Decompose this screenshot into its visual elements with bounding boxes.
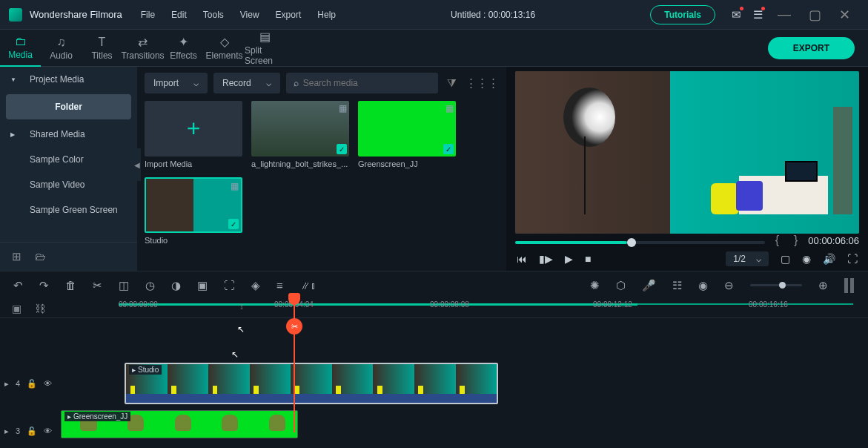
menu-view[interactable]: View [240, 10, 259, 20]
track-number: 3 [16, 426, 20, 436]
display-icon[interactable]: ▢ [781, 253, 790, 265]
document-title: Untitled : 00:00:13:16 [336, 10, 650, 20]
volume-icon[interactable]: 🔊 [823, 253, 835, 265]
freeze-icon[interactable]: ▣ [197, 279, 208, 292]
filter-icon[interactable]: ⧩ [447, 76, 457, 90]
step-back-button[interactable]: ▮▶ [539, 253, 553, 265]
fullscreen-icon[interactable]: ⛶ [847, 253, 858, 265]
snapshot-icon[interactable]: ◉ [802, 253, 811, 265]
timeline-ruler[interactable]: 00:00:00:00 00:00:04:04 00:00:08:08 00:0… [119, 299, 853, 314]
play-button[interactable]: ▶ [565, 253, 573, 265]
tab-audio[interactable]: ♫Audio [41, 30, 82, 67]
timeline-clip-studio[interactable]: ▸ Studio [125, 363, 498, 404]
adjust-icon[interactable]: ≡ [276, 279, 283, 291]
playhead-handle[interactable] [288, 293, 300, 305]
menu-file[interactable]: File [141, 10, 155, 20]
track-lock-icon[interactable]: 🔓 [27, 379, 37, 389]
preview-zoom-select[interactable]: 1/2⌵ [726, 251, 769, 266]
tab-media[interactable]: 🗀Media [0, 30, 41, 67]
timeline-link-icon[interactable]: ⛓ [35, 303, 45, 314]
voiceover-icon[interactable]: 🎤 [642, 279, 656, 292]
seekbar-handle[interactable] [627, 238, 636, 247]
crop-icon[interactable]: ◫ [119, 279, 129, 292]
app-title: Wondershare Filmora [30, 9, 122, 20]
sidebar-shared-media[interactable]: Shared Media [0, 122, 137, 147]
delete-icon[interactable]: 🗑 [65, 279, 76, 291]
tick-label: 00:00:16:16 [749, 300, 788, 309]
menu-tools[interactable]: Tools [203, 10, 224, 20]
tick-label: 00:00:12:12 [593, 300, 632, 309]
timeline-zoom-slider[interactable] [750, 284, 802, 286]
undo-icon[interactable]: ↶ [13, 279, 23, 292]
record-dropdown[interactable]: Record [213, 73, 280, 93]
highlight-icon[interactable]: ✺ [590, 279, 600, 292]
media-item-lightning[interactable]: ▦✓ a_lightning_bolt_strikes_... [251, 101, 349, 168]
mail-icon[interactable]: ✉ [732, 8, 741, 22]
sidebar-folder[interactable]: Folder [6, 94, 131, 119]
split-icon: ▤ [259, 30, 271, 44]
sidebar-collapse-handle[interactable]: ◀ [133, 148, 141, 181]
menu-export[interactable]: Export [276, 10, 302, 20]
close-button[interactable]: ✕ [839, 7, 850, 23]
tutorials-button[interactable]: Tutorials [650, 5, 715, 24]
tab-transitions[interactable]: ⇄Transitions [122, 30, 163, 67]
keyframe-icon[interactable]: ◈ [251, 279, 260, 292]
zoom-in-icon[interactable]: ⊕ [818, 279, 828, 292]
track-visibility-icon[interactable]: 👁 [44, 379, 52, 389]
export-button[interactable]: EXPORT [768, 37, 855, 59]
effects-icon: ✦ [179, 35, 188, 49]
import-media-label: Import Media [145, 159, 242, 168]
search-input[interactable] [303, 78, 431, 88]
sidebar-sample-color[interactable]: Sample Color [0, 147, 137, 172]
menu-edit[interactable]: Edit [171, 10, 187, 20]
zoom-out-icon[interactable]: ⊖ [724, 279, 734, 292]
menu-list-icon[interactable]: ☰ [753, 8, 763, 22]
minimize-button[interactable]: — [778, 7, 791, 22]
import-dropdown[interactable]: Import [145, 73, 208, 93]
speed-icon[interactable]: ◷ [145, 279, 155, 292]
track-video-icon[interactable]: ▸ [4, 426, 9, 436]
render-icon[interactable]: ◉ [698, 279, 708, 292]
menu-help[interactable]: Help [317, 10, 336, 20]
sidebar-sample-green-screen[interactable]: Sample Green Screen [0, 197, 137, 223]
tab-elements[interactable]: ◇Elements [204, 30, 245, 67]
stop-button[interactable]: ■ [585, 253, 591, 265]
redo-icon[interactable]: ↷ [39, 279, 49, 292]
plus-icon: + [187, 115, 201, 142]
search-media-field[interactable]: ⌕ [286, 73, 438, 93]
preview-seekbar[interactable] [515, 241, 765, 244]
maximize-button[interactable]: ▢ [809, 7, 821, 23]
cut-icon[interactable]: ✂ [93, 279, 102, 292]
mixer-icon[interactable]: ☷ [672, 279, 682, 292]
track-visibility-icon[interactable]: 👁 [44, 426, 52, 436]
marker-icon[interactable]: ⬡ [616, 279, 626, 292]
timeline-meter [844, 278, 855, 293]
preview-viewport[interactable] [515, 71, 859, 234]
playhead[interactable]: ✂ [294, 299, 295, 432]
timeline-snap-icon[interactable]: ▣ [12, 303, 21, 314]
prev-frame-button[interactable]: ⏮ [517, 253, 527, 265]
timeline-clip-greenscreen[interactable]: ▸ Greenscreen_JJ [61, 410, 298, 438]
folder-open-icon[interactable]: 🗁 [35, 250, 46, 263]
sidebar-sample-video[interactable]: Sample Video [0, 172, 137, 197]
range-marker[interactable]: ⟟ [240, 302, 243, 312]
media-item-greenscreen[interactable]: ▦✓ Greenscreen_JJ [358, 101, 456, 168]
grid-view-icon[interactable]: ⋮⋮⋮ [466, 76, 499, 90]
import-media-tile[interactable]: + Import Media [145, 101, 242, 168]
color-icon[interactable]: ◑ [171, 279, 181, 292]
expand-icon[interactable]: ⛶ [224, 279, 235, 291]
sidebar-project-media[interactable]: Project Media [0, 67, 137, 92]
check-icon: ✓ [443, 144, 454, 154]
mark-out-button[interactable]: } [794, 234, 798, 247]
track-video-icon[interactable]: ▸ [4, 379, 9, 389]
playhead-cut-button[interactable]: ✂ [286, 318, 302, 335]
track-lock-icon[interactable]: 🔓 [27, 426, 37, 436]
new-folder-icon[interactable]: ⊞ [12, 250, 21, 263]
media-item-studio[interactable]: ▦✓ Studio [145, 177, 242, 245]
tab-titles[interactable]: TTitles [82, 30, 122, 67]
audio-sync-icon[interactable]: ⫽⫾ [299, 279, 317, 291]
media-label: Studio [145, 236, 242, 245]
mark-in-button[interactable]: { [775, 234, 779, 247]
tab-split-screen[interactable]: ▤Split Screen [245, 30, 285, 67]
tab-effects[interactable]: ✦Effects [163, 30, 204, 67]
